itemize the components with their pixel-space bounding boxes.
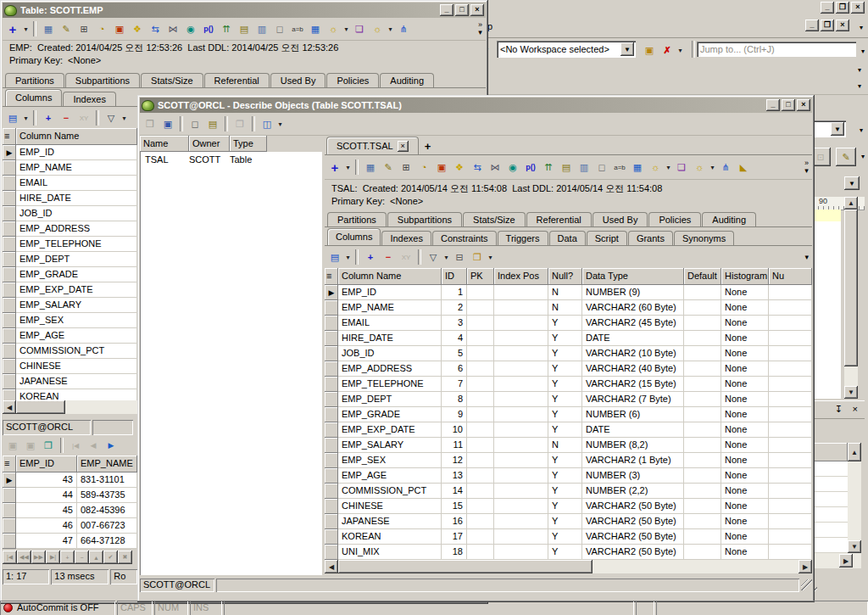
workspace-caret[interactable]: ▾ <box>676 42 684 59</box>
advice-caret[interactable]: ▾ <box>665 159 672 176</box>
dependencies-icon[interactable]: ⋔ <box>395 20 412 37</box>
default-header[interactable]: Default <box>684 268 721 285</box>
drop-column-icon[interactable]: − <box>58 109 75 126</box>
minimize-button[interactable]: _ <box>821 2 834 14</box>
session-icon[interactable]: ❏ <box>351 20 368 37</box>
table-row[interactable]: JAPANESE 16 Y VARCHAR2 (50 Byte) None <box>325 514 812 529</box>
scroll-up-icon[interactable]: ▲ <box>848 443 861 461</box>
commit-icon[interactable]: ▣ <box>4 437 21 454</box>
add-object-caret[interactable]: ▾ <box>22 20 30 37</box>
tab[interactable]: Partitions <box>5 73 64 87</box>
table-row[interactable]: KOREAN 17 Y VARCHAR2 (50 Byte) None <box>325 529 812 545</box>
reorganize-icon[interactable]: ❖ <box>451 159 468 176</box>
separator[interactable] <box>252 116 255 131</box>
rebuild-table-icon[interactable]: ▣ <box>111 20 128 37</box>
add-object-icon[interactable]: + <box>4 20 21 37</box>
clipboard-caret[interactable]: ▾ <box>487 249 494 266</box>
tab[interactable]: Constraints <box>432 231 497 245</box>
toolbar-caret-icon[interactable]: ▾ <box>858 82 861 90</box>
open-file-icon[interactable]: ▤ <box>204 115 221 132</box>
column-list-row[interactable]: COMMISSION_PCT <box>3 344 137 359</box>
pin-panel-icon[interactable]: ↧ <box>835 404 843 415</box>
reorganize-icon[interactable]: ❖ <box>129 20 146 37</box>
tab[interactable]: Columns <box>5 89 62 106</box>
id-header[interactable]: ID <box>442 268 467 285</box>
editor-combobox-dropdown-icon[interactable]: ▼ <box>831 122 844 136</box>
maximize-button[interactable]: □ <box>782 99 795 111</box>
table-row[interactable]: EMP_GRADE 9 Y NUMBER (6) None <box>325 407 812 422</box>
refresh-icon[interactable]: ❐ <box>40 437 57 454</box>
data-row[interactable]: 45 082-45396 <box>3 503 137 518</box>
open-icon[interactable]: ❒ <box>142 115 159 132</box>
object-owner-header[interactable]: Owner <box>189 136 230 152</box>
calculator-icon[interactable]: ⊞ <box>75 20 92 37</box>
drop-column-icon[interactable]: − <box>380 249 397 266</box>
toolbar-caret-icon[interactable]: ▾ <box>478 29 482 36</box>
procedure-icon[interactable]: p() <box>522 159 539 176</box>
column-list-row[interactable]: EMP_NAME <box>3 160 137 176</box>
filter-columns-icon[interactable]: ▽ <box>103 109 120 126</box>
scroll-up-icon[interactable]: ▲ <box>844 197 858 210</box>
chart-icon[interactable]: ▥ <box>253 20 270 37</box>
table-row[interactable]: EMP_AGE 13 Y NUMBER (3) None <box>325 468 812 484</box>
object-name-header[interactable]: Name <box>140 136 189 152</box>
advice2-icon[interactable]: ☼ <box>369 20 386 37</box>
separator[interactable] <box>60 438 64 453</box>
column-list-row[interactable]: JOB_ID <box>3 206 137 221</box>
emp-id-header[interactable]: EMP_ID <box>16 456 77 472</box>
column-name-header[interactable]: Column Name <box>16 128 137 145</box>
new-file-icon[interactable]: ◻ <box>186 115 203 132</box>
data-row[interactable]: 44 589-43735 <box>3 488 137 503</box>
data-type-header[interactable]: Data Type <box>582 268 684 285</box>
toolbar-overflow[interactable]: » ▾ <box>804 159 810 175</box>
tab[interactable]: Auditing <box>702 212 756 226</box>
compare-data-icon[interactable]: ⇆ <box>469 159 486 176</box>
export-data-icon[interactable]: ⇈ <box>540 159 557 176</box>
histogram-header[interactable]: Histogram <box>721 268 769 285</box>
object-list-row[interactable]: TSAL SCOTT Table <box>140 152 322 167</box>
tab[interactable]: Triggers <box>498 231 548 245</box>
advice-caret[interactable]: ▾ <box>342 20 350 37</box>
filter-data-icon[interactable]: ⋈ <box>487 159 504 176</box>
scroll-right-icon[interactable]: ▶ <box>798 560 812 573</box>
measure-icon[interactable]: ◣ <box>735 159 752 176</box>
workspace-dropdown-icon[interactable]: ▼ <box>620 42 634 56</box>
close-button[interactable]: × <box>836 20 849 31</box>
table-row[interactable]: JOB_ID 5 Y VARCHAR2 (10 Byte) None <box>325 346 812 361</box>
table-row[interactable]: CHINESE 15 Y VARCHAR2 (50 Byte) None <box>325 499 812 514</box>
data-row[interactable]: 46 007-66723 <box>3 518 137 534</box>
nav-delete-button[interactable]: − <box>75 551 89 564</box>
scroll-left-icon[interactable]: ◀ <box>3 400 16 414</box>
close-tab-icon[interactable]: × <box>398 141 409 152</box>
table-row[interactable]: EMAIL 3 Y VARCHAR2 (45 Byte) None <box>325 316 812 331</box>
maximize-button[interactable]: □ <box>455 4 469 16</box>
filter-columns-caret[interactable]: ▾ <box>120 109 128 126</box>
describe-table-icon[interactable]: ▦ <box>40 20 57 37</box>
titlebar-caret-icon[interactable]: ▾ <box>860 24 863 31</box>
nav-next-button[interactable]: ▶▶ <box>31 551 46 564</box>
edit-snippet-icon[interactable]: ✎ <box>836 148 856 166</box>
calculator-icon[interactable]: ⊞ <box>398 159 415 176</box>
toolbar-caret-icon[interactable]: ▾ <box>804 167 809 175</box>
rebuild-table-icon[interactable]: ▣ <box>433 159 450 176</box>
copy-script-icon[interactable]: ✎ <box>58 20 75 37</box>
column-list-row[interactable]: KOREAN <box>3 389 137 400</box>
emp-columns-hscrollbar[interactable]: ◀ <box>3 400 137 414</box>
export-data-icon[interactable]: ⇈ <box>218 20 235 37</box>
column-list-row[interactable]: HIRE_DATE <box>3 191 137 206</box>
nav-first-button[interactable]: |◀ <box>3 551 17 564</box>
rollback-icon[interactable]: ▣ <box>22 437 39 454</box>
separator[interactable] <box>355 249 359 265</box>
tab[interactable]: Stats/Size <box>141 73 203 87</box>
column-list-row[interactable]: EMP_GRADE <box>3 267 137 282</box>
alias-icon[interactable]: a=b <box>611 159 628 176</box>
copy-script-icon[interactable]: ✎ <box>380 159 397 176</box>
jump-to-input[interactable] <box>697 42 856 57</box>
column-list-row[interactable]: CHINESE <box>3 359 137 374</box>
minimize-button[interactable]: _ <box>805 20 819 31</box>
data-grid-icon[interactable]: ▦ <box>307 20 324 37</box>
separator[interactable] <box>33 110 36 126</box>
table-row[interactable]: EMP_ADDRESS 6 Y VARCHAR2 (40 Byte) None <box>325 361 812 377</box>
restore-button[interactable]: ❐ <box>821 20 834 31</box>
minimize-button[interactable]: _ <box>766 99 780 111</box>
